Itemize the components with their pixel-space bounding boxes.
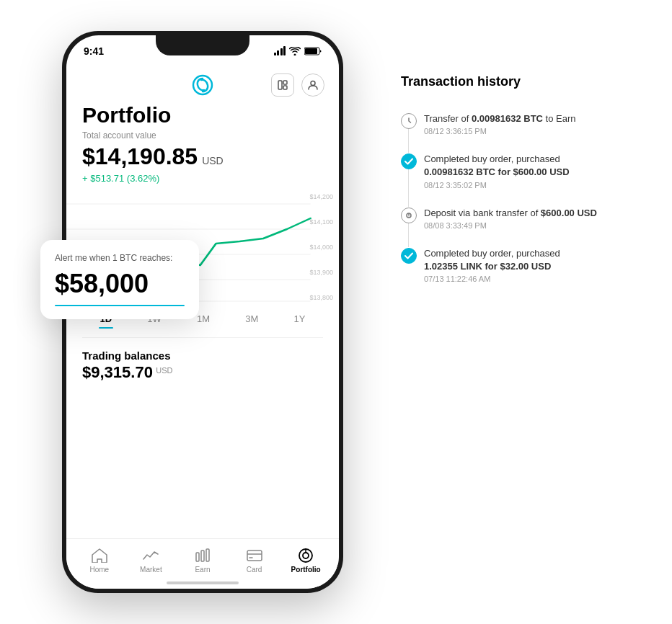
chart-label-4: $13,900 bbox=[309, 269, 333, 276]
svg-rect-15 bbox=[247, 551, 262, 561]
tx-icon-3 bbox=[401, 208, 417, 223]
tab-1m[interactable]: 1M bbox=[197, 313, 210, 329]
chart-label-2: $14,100 bbox=[309, 218, 333, 226]
svg-point-6 bbox=[311, 81, 315, 86]
alert-underline bbox=[55, 305, 185, 306]
nav-right-icons bbox=[271, 73, 324, 97]
svg-rect-12 bbox=[196, 553, 199, 561]
alert-value: $58,000 bbox=[55, 269, 185, 299]
tx-date-1: 08/12 3:36:15 PM bbox=[424, 127, 646, 135]
tab-card[interactable]: Card bbox=[229, 548, 280, 574]
home-icon bbox=[91, 548, 108, 563]
trading-currency: USD bbox=[156, 366, 172, 375]
transaction-panel: Transaction history Transfer of 0.009816… bbox=[401, 74, 646, 292]
tx-item-3: Deposit via bank transfer of $600.00 USD… bbox=[401, 198, 646, 239]
tab-card-label: Card bbox=[247, 566, 262, 574]
tx-text-4: Completed buy order, purchased1.02355 LI… bbox=[424, 247, 646, 273]
tab-portfolio-label: Portfolio bbox=[291, 566, 321, 574]
tab-3m[interactable]: 3M bbox=[245, 313, 258, 329]
battery-icon bbox=[304, 47, 322, 55]
earn-icon bbox=[194, 548, 211, 563]
chart-labels: $14,200 $14,100 $14,000 $13,900 $13,800 bbox=[309, 190, 333, 305]
tx-content-4: Completed buy order, purchased1.02355 LI… bbox=[424, 247, 646, 283]
tab-market-label: Market bbox=[140, 566, 162, 574]
alert-card: Alert me when 1 BTC reaches: $58,000 bbox=[40, 240, 199, 319]
svg-point-23 bbox=[409, 216, 410, 217]
phone-notch bbox=[156, 35, 249, 55]
portfolio-title: Portfolio bbox=[82, 103, 323, 128]
tab-earn[interactable]: Earn bbox=[177, 548, 229, 574]
svg-rect-5 bbox=[283, 86, 287, 89]
tx-icon-4 bbox=[401, 248, 417, 264]
trading-amount-row: $9,315.70 USD bbox=[82, 363, 323, 382]
tx-content-3: Deposit via bank transfer of $600.00 USD… bbox=[424, 207, 646, 230]
tab-home-label: Home bbox=[89, 566, 109, 574]
transaction-title: Transaction history bbox=[401, 74, 646, 89]
trading-balances-title: Trading balances bbox=[82, 349, 323, 362]
account-label: Total account value bbox=[82, 130, 323, 141]
transaction-list: Transfer of 0.00981632 BTC to Earn 08/12… bbox=[401, 104, 646, 292]
tab-earn-label: Earn bbox=[195, 566, 210, 574]
portfolio-icon bbox=[297, 548, 314, 563]
tx-item-2: Completed buy order, purchased0.00981632… bbox=[401, 144, 646, 197]
tab-market[interactable]: Market bbox=[125, 548, 177, 574]
svg-point-19 bbox=[303, 553, 309, 558]
tx-text-1: Transfer of 0.00981632 BTC to Earn bbox=[424, 112, 646, 125]
tab-home[interactable]: Home bbox=[74, 548, 125, 574]
tx-content-2: Completed buy order, purchased0.00981632… bbox=[424, 153, 646, 189]
account-change: + $513.71 (3.62%) bbox=[82, 173, 323, 184]
card-icon bbox=[246, 548, 263, 563]
tx-date-3: 08/08 3:33:49 PM bbox=[424, 221, 646, 230]
chart-label-3: $14,000 bbox=[309, 244, 333, 251]
market-icon bbox=[142, 548, 159, 563]
alert-label: Alert me when 1 BTC reaches: bbox=[55, 253, 185, 263]
tx-item-4: Completed buy order, purchased1.02355 LI… bbox=[401, 239, 646, 292]
tx-text-3: Deposit via bank transfer of $600.00 USD bbox=[424, 207, 646, 220]
svg-rect-4 bbox=[283, 81, 287, 84]
tx-text-2: Completed buy order, purchased0.00981632… bbox=[424, 153, 646, 179]
tx-date-4: 07/13 11:22:46 AM bbox=[424, 275, 646, 283]
chart-label-5: $13,800 bbox=[309, 294, 333, 301]
top-nav bbox=[66, 67, 339, 103]
account-amount: $14,190.85 bbox=[82, 143, 198, 170]
tx-date-2: 08/12 3:35:02 PM bbox=[424, 181, 646, 190]
account-value: $14,190.85 USD bbox=[82, 143, 323, 170]
trading-amount: $9,315.70 bbox=[82, 363, 153, 381]
status-icons bbox=[274, 47, 322, 55]
tab-1y[interactable]: 1Y bbox=[293, 313, 305, 329]
tab-portfolio[interactable]: Portfolio bbox=[280, 548, 332, 574]
svg-rect-14 bbox=[206, 549, 209, 561]
tx-content-1: Transfer of 0.00981632 BTC to Earn 08/12… bbox=[424, 112, 646, 135]
signal-icon bbox=[274, 47, 286, 55]
wifi-icon bbox=[289, 47, 301, 55]
home-indicator bbox=[167, 581, 239, 584]
phone-content: Portfolio Total account value $14,190.85… bbox=[66, 103, 339, 538]
tx-icon-2 bbox=[401, 153, 417, 169]
scene: 9:41 bbox=[26, 17, 646, 607]
chart-label-1: $14,200 bbox=[309, 193, 333, 200]
svg-rect-1 bbox=[305, 48, 317, 54]
profile-icon[interactable] bbox=[301, 73, 324, 97]
svg-rect-13 bbox=[201, 551, 204, 561]
account-currency: USD bbox=[202, 155, 224, 166]
tx-icon-1 bbox=[401, 113, 417, 129]
status-time: 9:41 bbox=[84, 45, 104, 57]
svg-rect-3 bbox=[278, 81, 282, 89]
layout-icon[interactable] bbox=[271, 73, 294, 97]
tx-item-1: Transfer of 0.00981632 BTC to Earn 08/12… bbox=[401, 104, 646, 144]
app-logo bbox=[190, 73, 215, 97]
